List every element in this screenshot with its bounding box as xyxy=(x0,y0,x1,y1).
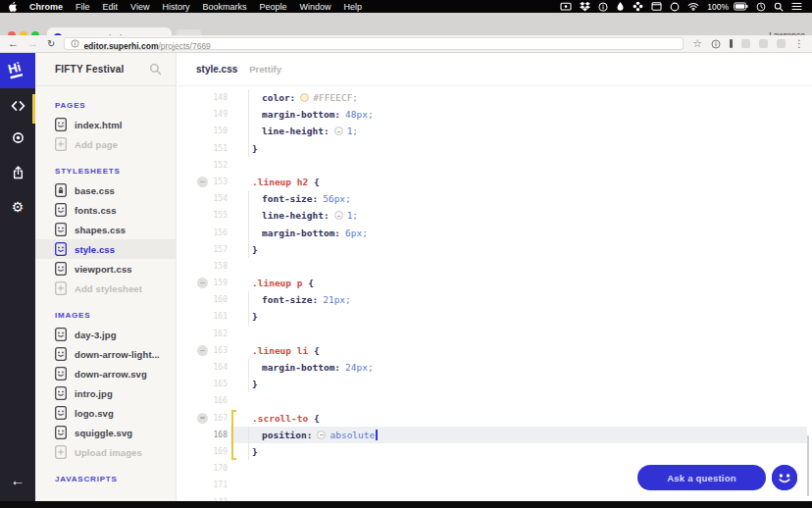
browser-back-button[interactable]: ← xyxy=(8,38,19,49)
share-upload-icon[interactable] xyxy=(0,166,35,179)
code-line-160[interactable]: 160font-size:21px; xyxy=(178,291,812,308)
sidebar-item-squiggle-svg[interactable]: squiggle.svg xyxy=(35,423,176,442)
code-line-172[interactable]: 172 xyxy=(178,494,812,502)
menu-chrome[interactable]: Chrome xyxy=(29,2,63,12)
code-icon[interactable] xyxy=(0,100,35,112)
back-arrow-icon[interactable]: ← xyxy=(0,473,35,487)
browser-reload-button[interactable]: ↻ xyxy=(47,39,55,49)
wifi-icon[interactable] xyxy=(687,2,699,11)
code-line-164[interactable]: 164margin-bottom:24px; xyxy=(178,359,812,376)
sidebar-item-intro-jpg[interactable]: intro.jpg xyxy=(35,383,176,403)
prettify-button[interactable]: Prettify xyxy=(249,64,281,75)
code-area[interactable]: 148color:#FFEECF;149margin-bottom:48px;1… xyxy=(178,86,812,501)
file-smiley-icon xyxy=(55,223,67,236)
code-line-166[interactable]: 166 xyxy=(178,392,812,409)
info-circle-icon[interactable] xyxy=(598,2,608,12)
url-bar[interactable]: editor.superhi.com/projects/7669 xyxy=(64,37,684,50)
superhi-logo[interactable]: Hi xyxy=(0,53,35,88)
scrollbar-thumb[interactable] xyxy=(807,435,809,496)
code-line-150[interactable]: 150line-height:1; xyxy=(178,123,812,139)
sidebar-item-upload-images[interactable]: Upload images xyxy=(35,442,176,462)
value-stepper-icon[interactable] xyxy=(334,127,343,135)
extension-disabled-icon[interactable] xyxy=(777,39,786,48)
sidebar-item-base-css[interactable]: base.css xyxy=(35,180,176,200)
preview-eye-icon[interactable] xyxy=(0,131,35,144)
search-icon[interactable] xyxy=(149,63,162,76)
menu-list-icon[interactable] xyxy=(791,2,802,11)
code-line-163[interactable]: 163.lineup li { xyxy=(178,342,812,359)
bookmark-star-icon[interactable]: ☆ xyxy=(692,38,702,49)
help-smiley-button[interactable] xyxy=(772,465,797,490)
sidebar-item-down-arrow-svg[interactable]: down-arrow.svg xyxy=(35,364,176,383)
code-line-148[interactable]: 148color:#FFEECF; xyxy=(178,89,812,106)
token-sel: .lineup p xyxy=(252,278,302,288)
indent-guide xyxy=(248,106,249,123)
menu-help[interactable]: Help xyxy=(343,2,362,12)
ask-question-button[interactable]: Ask a question xyxy=(637,465,766,490)
line-number: 171 xyxy=(178,477,228,493)
site-info-icon[interactable] xyxy=(71,39,79,48)
code-line-149[interactable]: 149margin-bottom:48px; xyxy=(178,106,812,123)
code-line-155[interactable]: 155line-height:1; xyxy=(178,207,812,224)
code-line-161[interactable]: 161} xyxy=(178,308,812,325)
screen-record-icon[interactable] xyxy=(560,2,572,12)
sidebar-item-index-html[interactable]: index.html xyxy=(35,115,176,134)
menu-people[interactable]: People xyxy=(259,2,286,12)
code-line-159[interactable]: 159.lineup p { xyxy=(178,275,812,291)
sidebar-item-day-3-jpg[interactable]: day-3.jpg xyxy=(35,325,176,344)
menubar-status-area: 100% xyxy=(560,1,802,12)
dropbox-icon[interactable] xyxy=(580,2,590,12)
sidebar-item-add-page[interactable]: Add page xyxy=(35,134,176,154)
line-number: 151 xyxy=(178,140,228,157)
code-line-154[interactable]: 154font-size:56px; xyxy=(178,190,812,207)
sidebar-item-add-stylesheet[interactable]: Add stylesheet xyxy=(35,279,176,298)
pinwheel-icon[interactable] xyxy=(633,1,643,12)
code-line-151[interactable]: 151} xyxy=(178,140,812,157)
chrome-menu-icon[interactable]: ⋮ xyxy=(794,39,804,49)
menu-bookmarks[interactable]: Bookmarks xyxy=(202,2,246,12)
code-line-156[interactable]: 156margin-bottom:6px; xyxy=(178,225,812,241)
file-smiley-icon xyxy=(55,262,67,276)
settings-gear-icon[interactable]: ⚙ xyxy=(0,200,35,214)
value-stepper-icon[interactable] xyxy=(317,431,326,439)
code-line-169[interactable]: 169} xyxy=(178,443,812,460)
browser-forward-button[interactable]: → xyxy=(27,38,38,49)
sidebar-item-viewport-css[interactable]: viewport.css xyxy=(35,259,176,279)
code-text: position:absolute xyxy=(252,427,812,443)
extension-bar-icon[interactable] xyxy=(730,39,733,48)
droplet-icon[interactable] xyxy=(616,1,625,12)
sidebar-item-shapes-css[interactable]: shapes.css xyxy=(35,220,176,239)
window-icon[interactable] xyxy=(651,2,662,11)
clock-icon[interactable] xyxy=(756,2,766,12)
menu-window[interactable]: Window xyxy=(299,2,330,12)
menu-view[interactable]: View xyxy=(130,2,149,12)
indent-guide xyxy=(248,140,249,157)
extension-disabled-icon[interactable] xyxy=(741,39,750,48)
value-stepper-icon[interactable] xyxy=(334,211,343,220)
code-line-158[interactable]: 158 xyxy=(178,258,812,275)
sidebar-item-down-arrow-light[interactable]: down-arrow-light... xyxy=(35,344,176,364)
battery-icon[interactable] xyxy=(734,2,748,11)
token-prop: font-size: xyxy=(262,193,318,204)
sidebar-item-fonts-css[interactable]: fonts.css xyxy=(35,200,176,220)
sidebar-item-style-css[interactable]: style.css xyxy=(35,239,176,259)
circle-icon[interactable] xyxy=(670,2,680,12)
color-swatch[interactable] xyxy=(300,93,309,102)
code-text: } xyxy=(252,308,812,325)
code-line-157[interactable]: 157} xyxy=(178,241,812,258)
extension-disabled-icon[interactable] xyxy=(759,39,768,48)
menu-edit[interactable]: Edit xyxy=(103,2,119,12)
menu-file[interactable]: File xyxy=(76,2,90,12)
code-line-153[interactable]: 153.lineup h2 { xyxy=(178,174,812,190)
apple-menu-icon[interactable] xyxy=(9,1,18,12)
screen-bottom-edge xyxy=(0,501,812,508)
menu-history[interactable]: History xyxy=(162,2,189,12)
sidebar-item-logo-svg[interactable]: logo.svg xyxy=(35,403,176,423)
code-line-167[interactable]: 167.scroll-to { xyxy=(178,410,812,427)
code-line-162[interactable]: 162 xyxy=(178,326,812,342)
code-line-168[interactable]: 168position:absolute xyxy=(178,427,812,443)
code-line-152[interactable]: 152 xyxy=(178,157,812,174)
extension-info-icon[interactable] xyxy=(711,39,721,49)
search-icon[interactable] xyxy=(774,2,784,12)
code-line-165[interactable]: 165} xyxy=(178,376,812,392)
